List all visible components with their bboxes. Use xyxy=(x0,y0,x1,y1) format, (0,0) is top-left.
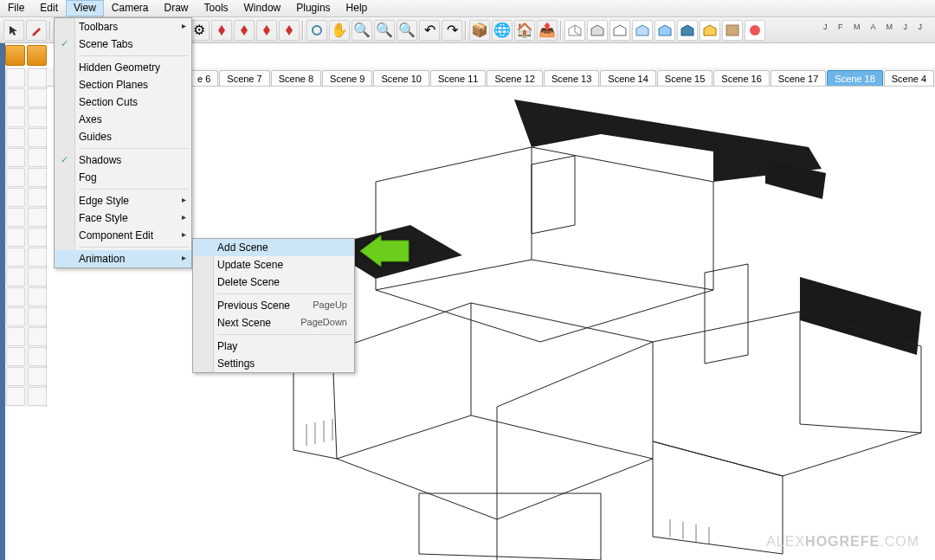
vt-zoom-icon[interactable] xyxy=(6,307,25,326)
menuitem-section-planes[interactable]: Section Planes xyxy=(55,76,191,93)
vt-poly-icon[interactable] xyxy=(6,148,25,167)
scene-tab[interactable]: Scene 15 xyxy=(657,70,713,86)
style2-icon[interactable] xyxy=(587,20,608,41)
scene-tab[interactable]: Scene 12 xyxy=(487,70,542,86)
hand-icon[interactable]: ✋ xyxy=(329,20,350,41)
vt-follow-icon[interactable] xyxy=(28,188,47,207)
menu-window[interactable]: Window xyxy=(236,0,289,16)
menu-view[interactable]: View xyxy=(66,0,104,16)
menuitem-previous-scene[interactable]: Previous ScenePageUp xyxy=(193,297,354,314)
select-tool-icon[interactable] xyxy=(3,20,24,41)
style7-icon[interactable] xyxy=(700,20,720,41)
menuitem-next-scene[interactable]: Next ScenePageDown xyxy=(193,314,354,331)
scene-tab[interactable]: Scene 11 xyxy=(430,70,486,86)
vt-text-icon[interactable] xyxy=(28,248,47,267)
orbit-icon[interactable] xyxy=(306,20,327,41)
menu-tools[interactable]: Tools xyxy=(197,0,236,16)
zoom-ext-icon[interactable]: 🔍 xyxy=(397,20,417,41)
compass-c-icon[interactable] xyxy=(256,20,277,41)
menuitem-component-edit[interactable]: Component Edit xyxy=(55,227,191,244)
scene-tab[interactable]: e 6 xyxy=(190,70,218,86)
scene-tab[interactable]: Scene 17 xyxy=(771,70,826,86)
next-view-icon[interactable]: ↷ xyxy=(442,20,462,41)
vt-scale-icon[interactable] xyxy=(6,208,25,227)
vt-free-icon[interactable] xyxy=(28,148,47,167)
vt-arc-icon[interactable] xyxy=(28,128,47,147)
vt-comp-icon[interactable] xyxy=(28,387,47,406)
menuitem-add-scene[interactable]: Add Scene xyxy=(193,239,354,256)
vt-tape-icon[interactable] xyxy=(6,228,25,247)
scene-tab[interactable]: Scene 8 xyxy=(271,70,321,86)
house-icon[interactable]: 🏠 xyxy=(514,20,535,41)
menuitem-face-style[interactable]: Face Style xyxy=(55,209,191,227)
menuitem-edge-style[interactable]: Edge Style xyxy=(55,192,191,209)
scene-tab-active[interactable]: Scene 18 xyxy=(827,70,882,86)
share-icon[interactable]: 📤 xyxy=(537,20,558,41)
menu-help[interactable]: Help xyxy=(339,0,376,16)
vt-offset-icon[interactable] xyxy=(28,208,47,227)
vt-look-icon[interactable] xyxy=(28,347,47,366)
menu-draw[interactable]: Draw xyxy=(157,0,197,16)
scene-tab[interactable]: Scene 10 xyxy=(373,70,429,86)
menuitem-update-scene[interactable]: Update Scene xyxy=(193,256,354,274)
menuitem-settings[interactable]: Settings xyxy=(193,355,354,372)
menu-plugins[interactable]: Plugins xyxy=(288,0,338,16)
vt-pos-icon[interactable] xyxy=(6,347,25,366)
vt-dim-icon[interactable] xyxy=(28,228,47,247)
vt-walk-icon[interactable] xyxy=(6,367,25,386)
compass-a-icon[interactable] xyxy=(211,20,232,41)
menuitem-shadows[interactable]: ✓Shadows xyxy=(55,151,191,169)
compass-b-icon[interactable] xyxy=(234,20,255,41)
vt-prot-icon[interactable] xyxy=(6,248,25,267)
style8-icon[interactable] xyxy=(722,20,743,41)
menuitem-fog[interactable]: Fog xyxy=(55,169,191,186)
menuitem-axes[interactable]: Axes xyxy=(55,111,191,128)
scene-tab[interactable]: Scene 16 xyxy=(713,70,769,86)
menu-file[interactable]: File xyxy=(0,0,32,16)
menuitem-delete-scene[interactable]: Delete Scene xyxy=(193,274,354,291)
scene-tab[interactable]: Scene 13 xyxy=(544,70,599,86)
vt-3dtext-icon[interactable] xyxy=(28,267,47,286)
vt-rotate-icon[interactable] xyxy=(6,188,25,207)
vt-line-icon[interactable] xyxy=(28,68,47,87)
prev-view-icon[interactable]: ↶ xyxy=(419,20,440,41)
menuitem-toolbars[interactable]: Toolbars xyxy=(55,18,191,35)
style1-icon[interactable] xyxy=(564,20,585,41)
style3-icon[interactable] xyxy=(609,20,630,41)
menu-camera[interactable]: Camera xyxy=(104,0,157,16)
vt-iso-icon[interactable] xyxy=(6,387,25,406)
menuitem-play[interactable]: Play xyxy=(193,338,354,355)
mini-btn-1[interactable] xyxy=(5,45,25,66)
vt-sect-icon[interactable] xyxy=(28,367,47,386)
scene-tab[interactable]: Scene 14 xyxy=(600,70,655,86)
vt-line2-icon[interactable] xyxy=(28,108,47,127)
scene-tab[interactable]: Scene 9 xyxy=(322,70,372,86)
vt-zext-icon[interactable] xyxy=(6,327,25,346)
menuitem-animation[interactable]: Animation xyxy=(55,250,191,267)
wh-icon[interactable]: 🌐 xyxy=(492,20,513,41)
vt-prev-icon[interactable] xyxy=(28,327,47,346)
zoom-window-icon[interactable]: 🔍 xyxy=(374,20,395,41)
component-icon[interactable]: 📦 xyxy=(469,20,490,41)
style5-icon[interactable] xyxy=(654,20,675,41)
style6-icon[interactable] xyxy=(677,20,698,41)
vt-orbit-icon[interactable] xyxy=(6,287,25,306)
vt-circle-icon[interactable] xyxy=(6,128,25,147)
menuitem-section-cuts[interactable]: Section Cuts xyxy=(55,93,191,111)
vt-erase-icon[interactable] xyxy=(28,88,47,107)
vt-push-icon[interactable] xyxy=(6,168,25,187)
menuitem-guides[interactable]: Guides xyxy=(55,128,191,145)
compass-d-icon[interactable] xyxy=(279,20,300,41)
vt-rect-icon[interactable] xyxy=(6,108,25,127)
pencil-tool-icon[interactable] xyxy=(26,20,47,41)
vt-pan-icon[interactable] xyxy=(28,287,47,306)
scene-tab[interactable]: Scene 4 xyxy=(884,70,934,86)
menu-edit[interactable]: Edit xyxy=(32,0,66,16)
vt-paint-icon[interactable] xyxy=(6,88,25,107)
scene-tab[interactable]: Scene 7 xyxy=(219,70,269,86)
menuitem-scene-tabs[interactable]: ✓Scene Tabs xyxy=(55,35,191,53)
vt-select-icon[interactable] xyxy=(6,68,25,87)
vt-axes-icon[interactable] xyxy=(6,267,25,286)
menuitem-hidden-geometry[interactable]: Hidden Geometry xyxy=(55,59,191,76)
vt-move-icon[interactable] xyxy=(28,168,47,187)
